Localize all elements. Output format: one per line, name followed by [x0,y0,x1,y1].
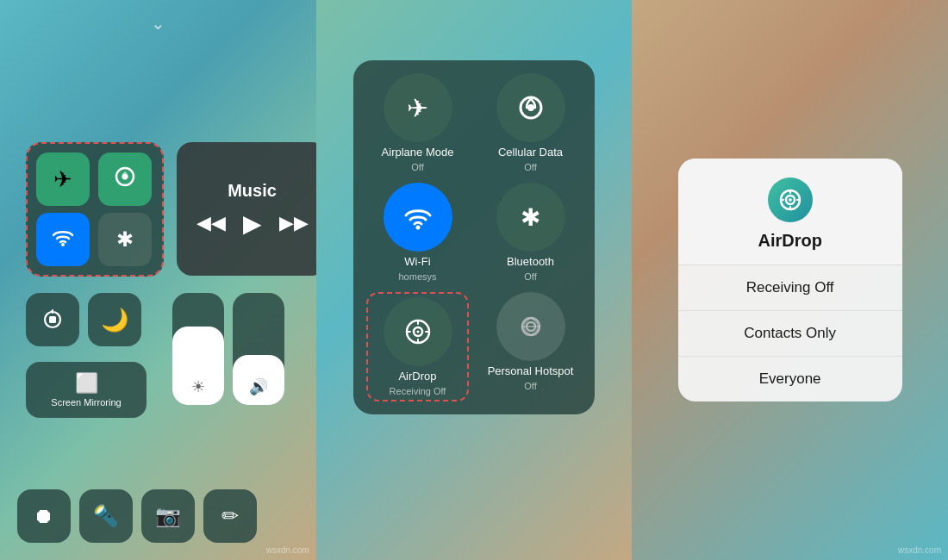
svg-point-1 [122,174,128,179]
mid-airplane-sub: Off [411,162,423,172]
airplane-mode-button[interactable]: ✈ [36,152,90,206]
mid-airdrop[interactable]: AirDrop Receiving Off [366,292,469,401]
record-icon: ⏺ [34,504,54,528]
mid-bluetooth-icon-circle: ✱ [496,183,565,252]
flashlight-button[interactable]: 🔦 [79,489,133,543]
cellular-icon [113,165,137,194]
mid-hotspot-icon [515,311,546,342]
mid-wifi-sub: homesys [398,271,436,282]
watermark: wsxdn.com [266,545,309,555]
mid-hotspot-sub: Off [524,381,536,391]
mid-hotspot-icon-circle [496,292,565,361]
mid-control-center: ✈ Airplane Mode Off Cellular Data Off [353,60,595,414]
mid-airplane-mode[interactable]: ✈ Airplane Mode Off [366,73,469,172]
mid-hotspot[interactable]: Personal Hotspot Off [479,292,582,401]
play-button[interactable]: ▶ [243,209,262,238]
airdrop-everyone-label: Everyone [759,370,821,387]
mid-cellular-label: Cellular Data [498,146,563,159]
mid-wifi-label: Wi-Fi [404,255,430,268]
airplane-icon: ✈ [53,166,72,193]
mid-cellular-data[interactable]: Cellular Data Off [479,73,582,172]
airdrop-receiving-off-label: Receiving Off [746,279,834,296]
svg-point-6 [527,104,534,111]
chevron-icon: ⌄ [151,13,165,34]
airdrop-contacts-only-label: Contacts Only [744,325,836,341]
airdrop-menu-icon [768,177,813,222]
svg-point-7 [415,226,420,230]
bluetooth-button[interactable]: ✱ [98,213,152,266]
music-controls: ◀◀ ▶ ▶▶ [196,209,309,238]
notes-button[interactable]: ✏ [203,489,257,543]
mid-cellular-sub: Off [524,162,536,172]
mid-wifi-icon [402,201,434,233]
volume-icon: 🔊 [249,377,268,396]
svg-point-10 [416,331,419,333]
mid-airplane-label: Airplane Mode [382,146,454,159]
cellular-data-button[interactable] [98,152,152,206]
rotation-lock-button[interactable] [26,293,79,346]
small-buttons-row: 🌙 [26,293,141,346]
next-button[interactable]: ▶▶ [279,212,309,234]
left-panel: ⌄ ✈ [0,0,316,560]
airdrop-option-receiving-off[interactable]: Receiving Off [678,265,902,311]
wifi-button[interactable] [36,213,90,266]
mid-hotspot-label: Personal Hotspot [488,364,574,377]
mid-bluetooth-label: Bluetooth [507,255,554,268]
mid-wifi[interactable]: Wi-Fi homesys [366,183,469,282]
airdrop-option-contacts-only[interactable]: Contacts Only [678,311,902,357]
right-panel: AirDrop Receiving Off Contacts Only Ever… [632,0,948,560]
airdrop-menu-title: AirDrop [758,231,821,251]
mid-airdrop-sub: Receiving Off [390,386,446,396]
airdrop-menu: AirDrop Receiving Off Contacts Only Ever… [678,159,902,401]
airdrop-header: AirDrop [678,159,902,265]
volume-slider[interactable]: 🔊 [233,293,284,405]
mid-bluetooth-icon: ✱ [521,203,540,232]
mid-airdrop-icon-circle [384,297,452,366]
screen-mirroring-button[interactable]: ⬜ Screen Mirroring [26,362,147,418]
camera-button[interactable]: 📷 [141,489,195,543]
moon-icon: 🌙 [101,307,128,333]
sliders-area: ☀ 🔊 [172,293,284,405]
prev-button[interactable]: ◀◀ [196,212,226,234]
screen-record-button[interactable]: ⏺ [17,489,71,543]
watermark-right: wsxdn.com [898,545,941,555]
mid-wifi-icon-circle [384,183,452,252]
screen-mirror-icon: ⬜ [75,372,98,395]
brightness-icon: ☀ [191,377,205,396]
svg-point-15 [789,198,792,202]
svg-rect-4 [49,316,56,323]
music-title: Music [228,181,277,201]
mid-bluetooth-sub: Off [524,271,536,282]
screen-mirror-label: Screen Mirroring [51,397,121,408]
mid-panel: ✈ Airplane Mode Off Cellular Data Off [316,0,633,560]
bluetooth-icon: ✱ [116,227,134,252]
mid-airplane-icon-circle: ✈ [384,73,452,142]
airdrop-option-everyone[interactable]: Everyone [678,357,902,401]
svg-point-2 [61,243,65,246]
mid-airdrop-label: AirDrop [398,370,436,383]
mid-airdrop-icon [402,315,434,348]
mid-cellular-icon [515,92,546,123]
camera-icon: 📷 [155,504,181,528]
wifi-icon [50,224,76,256]
bottom-row: ⏺ 🔦 📷 ✏ [17,489,257,543]
brightness-slider[interactable]: ☀ [172,293,224,405]
mid-bluetooth[interactable]: ✱ Bluetooth Off [479,183,582,282]
do-not-disturb-button[interactable]: 🌙 [88,293,141,346]
flashlight-icon: 🔦 [93,504,119,528]
mid-airplane-icon: ✈ [407,93,428,123]
notes-icon: ✏ [221,504,239,528]
music-card: Music ◀◀ ▶ ▶▶ [177,142,316,276]
connectivity-card: ✈ ✱ [26,142,164,277]
mid-cellular-icon-circle [496,73,565,142]
